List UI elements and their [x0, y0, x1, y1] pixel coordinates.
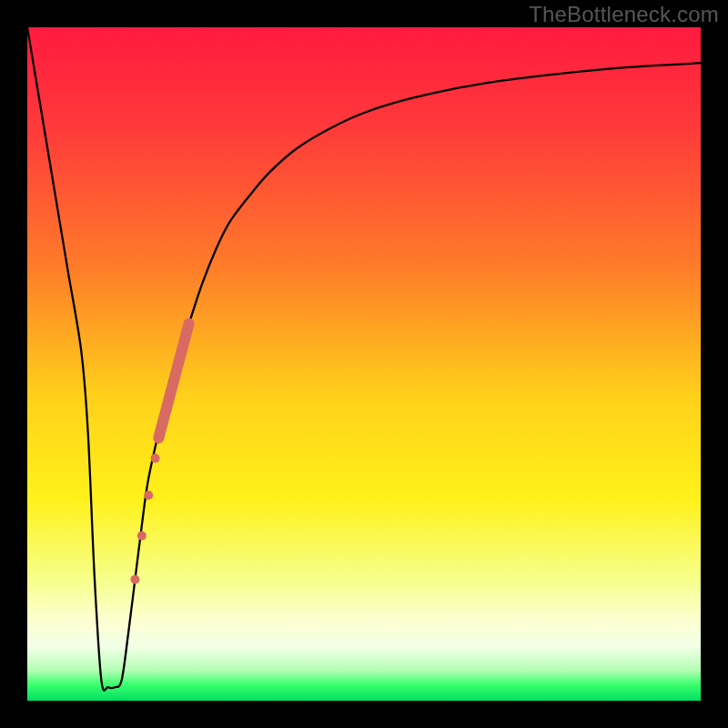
plot-background [27, 27, 701, 701]
chart-stage: TheBottleneck.com [0, 0, 728, 728]
highlight-dot [144, 490, 153, 500]
bottleneck-chart [0, 0, 728, 728]
highlight-dot [137, 531, 147, 541]
highlight-dot [130, 575, 139, 584]
highlight-dot [151, 454, 160, 463]
watermark-text: TheBottleneck.com [529, 2, 719, 27]
